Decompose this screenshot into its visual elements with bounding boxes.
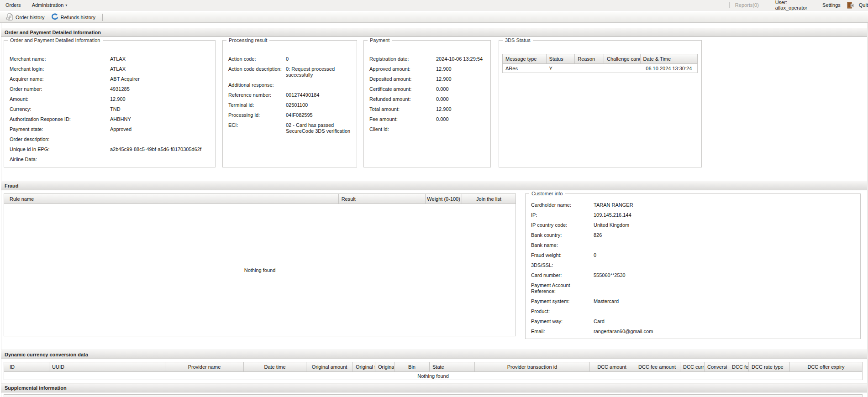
field-row: Reference number: 001274490184 [228, 92, 352, 98]
field-row: Card number: 555060**2530 [531, 272, 856, 278]
field-value: 0: Request processed successfully [286, 66, 352, 78]
supplemental-table-header [4, 394, 863, 397]
field-value: 0.000 [436, 86, 486, 92]
field-row: Fee amount: 0.000 [369, 116, 486, 122]
menu-separator [729, 2, 730, 8]
table-row[interactable]: ARes Y 06.10.2024 13:30:24 [502, 64, 698, 73]
order-history-label: Order history [16, 15, 45, 20]
field-value: Mastercard [594, 298, 856, 304]
field-row: Refunded amount: 0.000 [369, 96, 486, 102]
column-header: Original amount [306, 362, 353, 371]
field-row: Email: rangertaran60@gmail.com [531, 329, 856, 334]
field-label: Payment system: [531, 298, 594, 304]
menu-separator [771, 2, 771, 8]
field-value: 2024-10-06 13:29:54 [436, 56, 486, 62]
field-label: Payment way: [531, 319, 594, 324]
field-row: Merchant name: ATLAX [10, 56, 210, 62]
field-label: Email: [531, 329, 594, 334]
field-value [436, 126, 486, 132]
field-row: Certificate amount: 0.000 [369, 86, 486, 92]
field-label: Action code description: [228, 66, 286, 78]
order-history-button[interactable]: Order history [3, 12, 48, 22]
field-row: Unique id in EPG: a2b45c99-88c5-49bf-a5d… [10, 146, 210, 152]
field-label: Additional response: [228, 82, 286, 88]
field-value: a2b45c99-88c5-49bf-a5d6-f8170305d62f [110, 146, 210, 152]
field-label: Client id: [369, 126, 436, 132]
column-header: DCC offer expiry [790, 362, 862, 371]
field-row: Registration date: 2024-10-06 13:29:54 [369, 56, 486, 62]
field-label: 3DS/SSL: [531, 262, 594, 268]
field-value: 12.900 [110, 96, 210, 102]
refunds-history-button[interactable]: Refunds history [48, 12, 99, 22]
dcc-table-header: ID UUID Provider name Date time Original… [4, 362, 863, 372]
column-header: Provider transaction id [475, 362, 590, 371]
field-label: Reference number: [228, 92, 286, 98]
field-row: Additional response: [228, 82, 352, 88]
field-value: Card [594, 319, 856, 324]
menu-orders[interactable]: Orders [0, 2, 26, 8]
document-clock-icon [6, 13, 13, 21]
field-value: 12.900 [436, 76, 486, 82]
field-row: Bank name: [531, 242, 856, 248]
field-label: Amount: [10, 96, 110, 102]
field-label: Order number: [10, 86, 110, 92]
field-row: Terminal id: 02501100 [228, 102, 352, 108]
field-value: Approved [110, 126, 210, 132]
field-value: 0.000 [436, 116, 486, 122]
logout-door-icon[interactable] [847, 2, 854, 9]
field-row: Payment system: Mastercard [531, 298, 856, 304]
toolbar-separator [102, 14, 103, 21]
field-row: Cardholder name: TARAN RANGER [531, 202, 856, 208]
column-header: DCC fee amount [634, 362, 680, 371]
field-value: TND [110, 106, 210, 112]
field-label: Merchant name: [10, 56, 110, 62]
field-label: Currency: [10, 106, 110, 112]
cell-date-time: 06.10.2024 13:30:24 [641, 64, 697, 73]
field-label: Approved amount: [369, 66, 436, 72]
customer-info-rows: Cardholder name: TARAN RANGER IP: 109.14… [526, 194, 860, 339]
menu-administration[interactable]: Administration ▾ [26, 2, 73, 8]
field-label: Fee amount: [369, 116, 436, 122]
field-label: Authorization Response ID: [10, 116, 110, 122]
payment-panel: Payment Registration date: 2024-10-06 13… [363, 40, 491, 167]
field-label: ECI: [228, 122, 286, 134]
field-value: 109.145.216.144 [594, 212, 856, 218]
field-value [594, 282, 856, 294]
field-row: Processing id: 04IF082595 [228, 112, 352, 118]
column-header: Message type [503, 54, 547, 63]
column-header: State [430, 362, 475, 371]
field-value: 0 [594, 252, 856, 258]
menu-reports[interactable]: Reports(0) [735, 2, 759, 8]
order-info-panel: Order and Payment Detailed Information M… [4, 40, 216, 167]
fraud-table-header: Rule name Result Weight (0-100) Join the… [4, 193, 516, 204]
menu-settings[interactable]: Settings [822, 2, 841, 8]
field-label: Acquirer name: [10, 76, 110, 82]
field-value: AHBHNY [110, 116, 210, 122]
menu-quit[interactable]: Quit [859, 2, 868, 8]
three-ds-status-panel: 3DS Status Message type Status Reason Ch… [499, 40, 702, 167]
menu-bar-right: Reports(0) User: atlax_operator Settings… [729, 0, 868, 10]
refunds-history-label: Refunds history [61, 15, 95, 20]
section-header-dcc: Dynamic currency conversion data [1, 350, 867, 359]
user-label: User: atlax_operator [775, 0, 814, 10]
field-value: 12.900 [436, 66, 486, 72]
column-header: DCC fee [729, 362, 749, 371]
field-value: 826 [594, 232, 856, 238]
field-row: Payment state: Approved [10, 126, 210, 132]
field-value [594, 262, 856, 268]
field-row: Airline Data: [10, 157, 210, 162]
field-value: 02501100 [286, 102, 352, 108]
toolbar: Order history Refunds history [0, 12, 868, 23]
three-ds-table-body: ARes Y 06.10.2024 13:30:24 [502, 64, 698, 73]
field-label: IP: [531, 212, 594, 218]
section-header-fraud: Fraud [1, 181, 867, 190]
field-row: Product: [531, 308, 856, 314]
column-header: Rule name [4, 194, 339, 204]
field-label: Registration date: [369, 56, 436, 62]
field-label: Certificate amount: [369, 86, 436, 92]
three-ds-table-header: Message type Status Reason Challenge can… [502, 54, 698, 64]
field-value: rangertaran60@gmail.com [594, 329, 856, 334]
field-label: Order description: [10, 136, 110, 142]
field-label: IP country code: [531, 222, 594, 228]
column-header: DCC curr [680, 362, 705, 371]
